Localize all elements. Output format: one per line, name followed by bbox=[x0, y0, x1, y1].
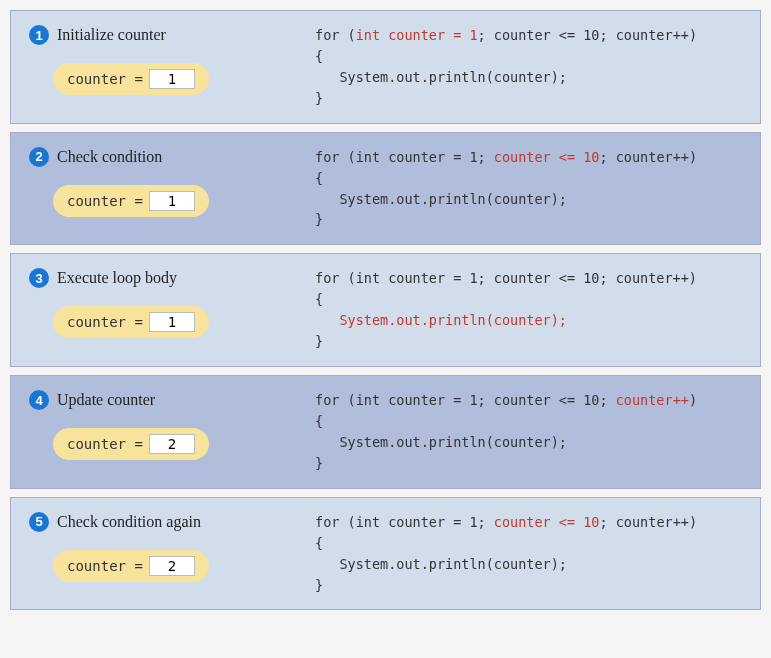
step-2: 2Check conditioncounter =1for (int count… bbox=[10, 132, 761, 246]
code-text: { bbox=[315, 48, 323, 64]
step-number-badge: 1 bbox=[29, 25, 49, 45]
code-text: ) bbox=[689, 392, 697, 408]
code-text: System.out.println(counter); bbox=[315, 69, 567, 85]
counter-chip: counter =2 bbox=[53, 428, 209, 460]
step-title: Check condition bbox=[57, 148, 162, 166]
counter-label: counter = bbox=[67, 436, 143, 452]
step-left-panel: 2Check conditioncounter =1 bbox=[11, 133, 301, 245]
code-block: for (int counter = 1; counter <= 10; cou… bbox=[315, 512, 750, 596]
code-block: for (int counter = 1; counter <= 10; cou… bbox=[315, 147, 750, 231]
step-3: 3Execute loop bodycounter =1for (int cou… bbox=[10, 253, 761, 367]
code-text: for (int counter = 1; bbox=[315, 514, 494, 530]
code-text: for (int counter = 1; counter <= 10; cou… bbox=[315, 270, 697, 286]
counter-label: counter = bbox=[67, 558, 143, 574]
counter-label: counter = bbox=[67, 71, 143, 87]
code-text: { bbox=[315, 170, 323, 186]
step-number-badge: 4 bbox=[29, 390, 49, 410]
counter-value: 1 bbox=[149, 312, 195, 332]
step-header: 5Check condition again bbox=[29, 512, 291, 532]
step-code-panel: for (int counter = 1; counter <= 10; cou… bbox=[301, 133, 760, 245]
counter-value: 1 bbox=[149, 191, 195, 211]
counter-value: 2 bbox=[149, 434, 195, 454]
code-text: { bbox=[315, 413, 323, 429]
step-title: Execute loop body bbox=[57, 269, 177, 287]
step-5: 5Check condition againcounter =2for (int… bbox=[10, 497, 761, 611]
code-text: } bbox=[315, 455, 323, 471]
step-left-panel: 5Check condition againcounter =2 bbox=[11, 498, 301, 610]
code-text: for (int counter = 1; bbox=[315, 149, 494, 165]
step-title: Initialize counter bbox=[57, 26, 166, 44]
code-text: System.out.println(counter); bbox=[315, 556, 567, 572]
code-text: System.out.println(counter); bbox=[315, 191, 567, 207]
step-title: Check condition again bbox=[57, 513, 201, 531]
code-text: { bbox=[315, 535, 323, 551]
code-text: ; counter++) bbox=[599, 149, 697, 165]
step-header: 3Execute loop body bbox=[29, 268, 291, 288]
code-text: { bbox=[315, 291, 323, 307]
code-text: } bbox=[315, 90, 323, 106]
code-text: ; counter <= 10; counter++) bbox=[478, 27, 697, 43]
step-code-panel: for (int counter = 1; counter <= 10; cou… bbox=[301, 254, 760, 366]
code-text bbox=[315, 312, 339, 328]
code-highlight: int counter = 1 bbox=[356, 27, 478, 43]
counter-label: counter = bbox=[67, 314, 143, 330]
counter-chip: counter =1 bbox=[53, 185, 209, 217]
step-number-badge: 5 bbox=[29, 512, 49, 532]
counter-value: 1 bbox=[149, 69, 195, 89]
step-1: 1Initialize countercounter =1for (int co… bbox=[10, 10, 761, 124]
step-number-badge: 3 bbox=[29, 268, 49, 288]
step-title: Update counter bbox=[57, 391, 155, 409]
step-header: 4Update counter bbox=[29, 390, 291, 410]
step-left-panel: 3Execute loop bodycounter =1 bbox=[11, 254, 301, 366]
code-text: } bbox=[315, 211, 323, 227]
step-header: 2Check condition bbox=[29, 147, 291, 167]
code-text: ; counter++) bbox=[599, 514, 697, 530]
code-text: for (int counter = 1; counter <= 10; bbox=[315, 392, 616, 408]
code-highlight: counter <= 10 bbox=[494, 149, 600, 165]
code-highlight: System.out.println(counter); bbox=[339, 312, 567, 328]
step-code-panel: for (int counter = 1; counter <= 10; cou… bbox=[301, 11, 760, 123]
code-highlight: counter++ bbox=[616, 392, 689, 408]
counter-value: 2 bbox=[149, 556, 195, 576]
counter-chip: counter =2 bbox=[53, 550, 209, 582]
step-number-badge: 2 bbox=[29, 147, 49, 167]
counter-chip: counter =1 bbox=[53, 63, 209, 95]
code-block: for (int counter = 1; counter <= 10; cou… bbox=[315, 25, 750, 109]
code-text: } bbox=[315, 333, 323, 349]
step-left-panel: 1Initialize countercounter =1 bbox=[11, 11, 301, 123]
counter-chip: counter =1 bbox=[53, 306, 209, 338]
step-left-panel: 4Update countercounter =2 bbox=[11, 376, 301, 488]
step-code-panel: for (int counter = 1; counter <= 10; cou… bbox=[301, 498, 760, 610]
code-text: } bbox=[315, 577, 323, 593]
code-highlight: counter <= 10 bbox=[494, 514, 600, 530]
code-text: System.out.println(counter); bbox=[315, 434, 567, 450]
counter-label: counter = bbox=[67, 193, 143, 209]
step-code-panel: for (int counter = 1; counter <= 10; cou… bbox=[301, 376, 760, 488]
step-header: 1Initialize counter bbox=[29, 25, 291, 45]
step-4: 4Update countercounter =2for (int counte… bbox=[10, 375, 761, 489]
code-block: for (int counter = 1; counter <= 10; cou… bbox=[315, 268, 750, 352]
code-text: for ( bbox=[315, 27, 356, 43]
code-block: for (int counter = 1; counter <= 10; cou… bbox=[315, 390, 750, 474]
